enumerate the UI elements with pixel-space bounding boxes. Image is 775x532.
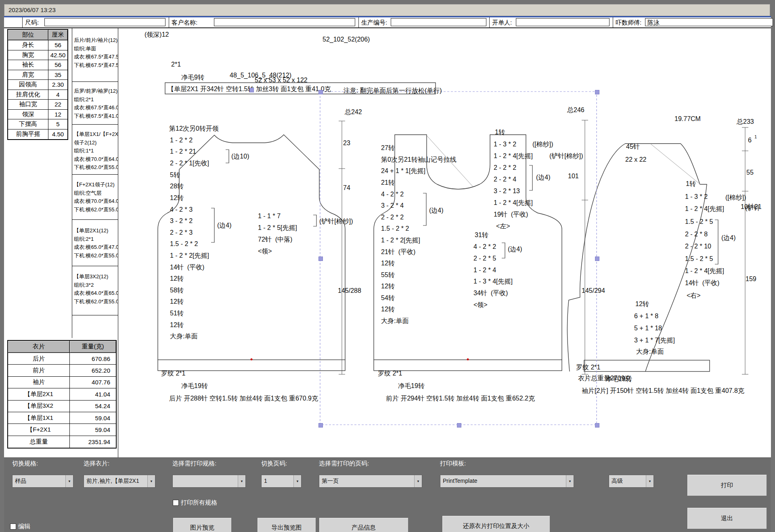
checkbox-label: 编辑 bbox=[18, 523, 30, 530]
marker-dot bbox=[251, 359, 253, 361]
form-field-input[interactable] bbox=[516, 18, 610, 26]
selection-handle[interactable] bbox=[318, 90, 323, 94]
diagram-annotation: 罗纹 2*1 bbox=[378, 369, 402, 377]
diagram-annotation: 1 - 2 * 4[先摇] bbox=[494, 152, 533, 160]
selection-rect[interactable] bbox=[320, 92, 597, 425]
diagram-annotation: 31转 bbox=[475, 231, 488, 239]
chevron-down-icon[interactable]: ▼ bbox=[293, 475, 301, 487]
marker-dot bbox=[467, 359, 469, 361]
diagram-annotation: 2 - 2 * 5 bbox=[473, 255, 496, 262]
print-spec-dropdown[interactable]: ▼ bbox=[172, 475, 246, 488]
cell-label: 前片 bbox=[8, 365, 70, 376]
form-field-input[interactable] bbox=[44, 18, 165, 26]
diagram-annotation: 净毛19转 bbox=[398, 382, 425, 390]
diagram-annotation: 14针 (平收) bbox=[170, 263, 204, 271]
print-button[interactable]: 打印 bbox=[687, 474, 767, 496]
diagram-annotation: 4 - 2 * 3 bbox=[170, 206, 193, 213]
form-field-label: 吓数师傅: bbox=[613, 17, 641, 27]
chevron-down-icon[interactable]: ▼ bbox=[566, 475, 574, 487]
weight-table: 衣片重量(克)后片670.86前片652.20袖片407.76【单层2X141.… bbox=[7, 340, 117, 449]
diagram-annotation: 注意: 翻完单面后第一行放松(单行) bbox=[344, 87, 442, 94]
dropdown-value bbox=[173, 475, 238, 487]
table-row: 下摆高5 bbox=[8, 119, 67, 129]
sleeve-dimension-line bbox=[742, 127, 748, 374]
note-line: 成衣:横67.5*直47.5 bbox=[74, 53, 118, 61]
diagram-annotation: 2 - 2 * 1[先收] bbox=[170, 159, 209, 167]
cell-value: 59.04 bbox=[70, 424, 116, 435]
chevron-down-icon[interactable]: ▼ bbox=[238, 475, 245, 487]
print-all-specs-checkbox[interactable] bbox=[173, 500, 179, 506]
diagram-annotation: 4 - 2 * 2 bbox=[473, 243, 496, 250]
chevron-down-icon[interactable]: ▼ bbox=[646, 475, 654, 487]
diagram-annotation: 19.77CM bbox=[674, 115, 701, 123]
spec-select-dropdown[interactable]: 样品▼ bbox=[12, 475, 73, 488]
toolbar-label: 选择需打印的页码: bbox=[319, 460, 369, 467]
selection-handle[interactable] bbox=[595, 90, 599, 94]
reset-piece-print-layout-button[interactable]: 还原衣片打印位置及大小 bbox=[442, 515, 550, 532]
exit-button[interactable]: 退出 bbox=[687, 507, 767, 529]
pattern-canvas[interactable]: (领深)1252_102_52(206)2*1净毛9转48_5_106_5_48… bbox=[118, 28, 771, 457]
diagram-annotation: 罗纹 2*1 bbox=[576, 363, 600, 371]
diagram-annotation: 55 bbox=[746, 169, 754, 176]
cell-value: 652.20 bbox=[70, 365, 116, 376]
product-info-button[interactable]: 产品信息 bbox=[319, 517, 408, 532]
chevron-down-icon[interactable]: ▼ bbox=[147, 475, 155, 487]
form-field-input[interactable] bbox=[391, 18, 486, 26]
diagram-annotation: 1 bbox=[754, 133, 757, 141]
divider bbox=[72, 174, 118, 175]
note-line: 组织:3*2 bbox=[74, 281, 118, 290]
diagram-annotation: 1 - 2 * 4 bbox=[473, 266, 496, 274]
note-line: 成衣:横64.0*直65.0 bbox=[74, 289, 118, 298]
diagram-annotation: 6 + 1 * 8 bbox=[634, 312, 658, 320]
diagram-annotation: 12转 bbox=[170, 194, 184, 202]
table-row: 前片652.20 bbox=[8, 365, 116, 376]
page-number-dropdown[interactable]: 1▼ bbox=[261, 475, 302, 488]
order-info-form: 尺码:客户名称:生产编号:开单人:吓数师傅:陈泳 bbox=[4, 17, 771, 28]
export-preview-button[interactable]: 导出预览图 bbox=[257, 517, 316, 532]
edge-bracket bbox=[502, 243, 505, 258]
edge-bracket bbox=[715, 220, 718, 264]
cell-value: 2351.94 bbox=[70, 436, 116, 448]
diagram-annotation: 1 - 2 * 2[先摇] bbox=[170, 252, 209, 259]
diagram-annotation: 27转 bbox=[381, 144, 395, 152]
diagram-annotation: <领> bbox=[258, 247, 272, 255]
diagram-annotation: 2 - 2 * 2 bbox=[381, 213, 404, 221]
image-preview-button[interactable]: 图片预览 bbox=[173, 517, 232, 532]
advanced-dropdown[interactable]: 高级▼ bbox=[609, 475, 654, 488]
back-dimension-line bbox=[339, 121, 345, 374]
diagram-annotation: (边4) bbox=[721, 234, 736, 242]
cell-value: 22 bbox=[48, 100, 67, 109]
form-field-label: 开单人: bbox=[489, 17, 512, 27]
diagram-annotation: 后片 开288针 空转1.5转 加丝4转 面1支包 重670.9克 bbox=[169, 394, 318, 402]
diagram-annotation: <左> bbox=[496, 222, 510, 230]
form-field-label: 尺码: bbox=[22, 17, 39, 27]
piece-note-block: 后罗/前罗/袖罗(12)组织:2*1成衣:横67.5*直46.0下机:横67.5… bbox=[74, 87, 118, 120]
selection-handle[interactable] bbox=[457, 423, 461, 428]
print-template-dropdown[interactable]: PrintTemplate▼ bbox=[440, 475, 574, 488]
chevron-down-icon[interactable]: ▼ bbox=[65, 475, 73, 487]
toolbar-label: 选择需打印规格: bbox=[172, 460, 216, 467]
diagram-annotation: 58转 bbox=[170, 286, 184, 294]
diagram-annotation: 101 bbox=[568, 172, 579, 180]
column-header: 厘米 bbox=[48, 30, 67, 40]
selection-handle[interactable] bbox=[249, 88, 254, 92]
selection-handle[interactable] bbox=[318, 423, 323, 428]
form-field-input[interactable]: 陈泳 bbox=[645, 18, 773, 26]
dropdown-value: 前片,袖片,【单层2X1 bbox=[84, 475, 147, 487]
diagram-annotation: (边4) bbox=[217, 221, 232, 229]
divider bbox=[72, 124, 118, 125]
print-page-dropdown[interactable]: 第一页▼ bbox=[319, 475, 422, 488]
form-field-input[interactable] bbox=[214, 18, 355, 26]
dropdown-value: PrintTemplate bbox=[440, 475, 566, 487]
selection-handle[interactable] bbox=[595, 257, 599, 261]
toolbar-label: 切换规格: bbox=[12, 460, 38, 467]
chevron-down-icon[interactable]: ▼ bbox=[414, 475, 422, 487]
selection-handle[interactable] bbox=[318, 257, 323, 261]
selection-handle[interactable] bbox=[595, 423, 599, 428]
edit-checkbox[interactable] bbox=[10, 524, 16, 530]
diagram-annotation: 145/288 bbox=[338, 287, 361, 294]
cell-label: 【F+2X1 bbox=[8, 424, 70, 435]
table-row: 身长56 bbox=[8, 40, 67, 50]
piece-notes-panel: 后片/前片/袖片(12)组织:单面成衣:横67.5*直47.5下机:横67.5*… bbox=[72, 28, 118, 338]
piece-select-dropdown[interactable]: 前片,袖片,【单层2X1▼ bbox=[84, 475, 155, 488]
